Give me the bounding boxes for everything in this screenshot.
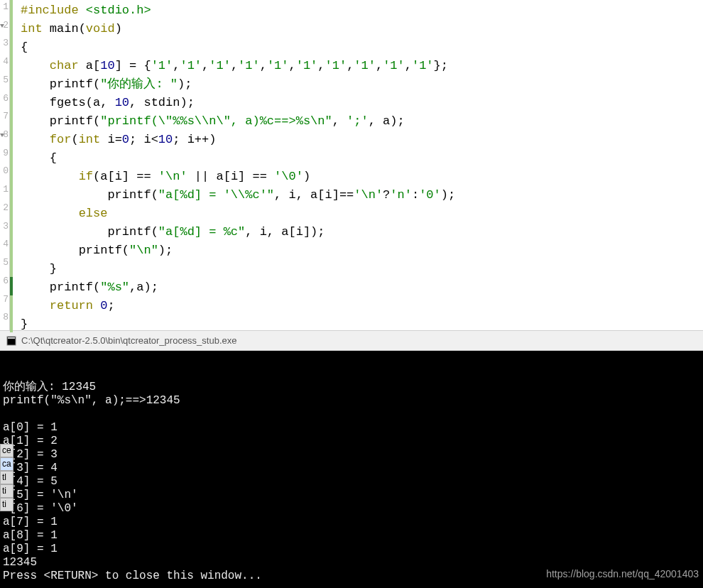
console-title-text: C:\Qt\qtcreator-2.5.0\bin\qtcreator_proc… [21, 335, 237, 346]
code-editor-pane: 123456789012345678 #include <stdio.h>int… [0, 0, 703, 331]
line-number: 8 [0, 129, 9, 148]
code-line[interactable]: else [21, 205, 697, 223]
cropped-tab: ti [0, 498, 13, 511]
code-line[interactable]: printf("\n"); [21, 241, 697, 260]
console-line: a[6] = '\0' [3, 502, 700, 516]
console-title-bar[interactable]: C:\Qt\qtcreator-2.5.0\bin\qtcreator_proc… [0, 331, 703, 351]
line-number: 5 [0, 75, 9, 93]
code-line[interactable]: { [21, 149, 697, 168]
line-number: 2 [0, 202, 9, 221]
cropped-tab: ti [0, 484, 13, 498]
line-number: 6 [0, 276, 9, 294]
code-line[interactable]: printf("a[%d] = %c", i, a[i]); [21, 223, 697, 241]
cropped-tab: ce [0, 444, 13, 457]
code-line[interactable]: return 0; [21, 297, 697, 315]
code-area[interactable]: #include <stdio.h>int main(void){ char a… [15, 0, 703, 330]
fold-arrow-icon[interactable] [0, 134, 4, 137]
code-line[interactable]: printf("a[%d] = '\\%c'", i, a[i]=='\n'?'… [21, 186, 697, 205]
line-number: 6 [0, 93, 9, 111]
console-line [3, 408, 700, 421]
code-line[interactable]: } [21, 315, 697, 334]
app-icon [6, 335, 17, 347]
left-float-tabs: cecatltiti [0, 444, 13, 511]
console-output[interactable]: 你的输入: 12345printf("%s\n", a);==>12345a[0… [0, 351, 703, 588]
console-line: a[0] = 1 [3, 421, 700, 435]
console-line: printf("%s\n", a);==>12345 [3, 394, 700, 408]
code-line[interactable]: char a[10] = {'1','1','1','1','1','1','1… [21, 57, 697, 75]
console-line: a[5] = '\n' [3, 489, 700, 502]
code-line[interactable]: #include <stdio.h> [21, 1, 697, 20]
console-line: a[7] = 1 [3, 516, 700, 529]
console-line: a[1] = 2 [3, 435, 700, 448]
code-line[interactable]: for(int i=0; i<10; i++) [21, 131, 697, 149]
fold-gutter[interactable]: 123456789012345678 [0, 0, 10, 330]
line-number: 7 [0, 294, 9, 312]
line-number: 8 [0, 312, 9, 330]
cropped-tab: ca [0, 457, 13, 471]
console-line: 你的输入: 12345 [3, 381, 700, 394]
fold-arrow-icon[interactable] [0, 24, 4, 28]
console-line: a[8] = 1 [3, 529, 700, 543]
code-line[interactable]: fgets(a, 10, stdin); [21, 94, 697, 112]
line-number: 9 [0, 148, 9, 166]
line-number: 1 [0, 1, 9, 20]
line-number: 5 [0, 257, 9, 276]
line-number: 3 [0, 221, 9, 239]
console-line: a[9] = 1 [3, 543, 700, 556]
cropped-tab: tl [0, 471, 13, 484]
line-number: 1 [0, 184, 9, 202]
line-number: 4 [0, 56, 9, 75]
line-number: 0 [0, 165, 9, 184]
code-line[interactable]: int main(void) [21, 20, 697, 38]
console-line: a[2] = 3 [3, 448, 700, 462]
line-number: 3 [0, 38, 9, 56]
watermark-text: https://blog.csdn.net/qq_42001403 [546, 567, 699, 581]
line-number: 7 [0, 111, 9, 129]
console-line: a[4] = 5 [3, 475, 700, 489]
line-number: 4 [0, 239, 9, 257]
code-line[interactable]: printf("%s",a); [21, 278, 697, 297]
svg-rect-1 [8, 337, 15, 339]
code-line[interactable]: printf("你的输入: "); [21, 75, 697, 94]
console-line: a[3] = 4 [3, 462, 700, 475]
code-line[interactable]: printf("printf(\"%%s\\n\", a)%c==>%s\n",… [21, 112, 697, 131]
code-line[interactable]: if(a[i] == '\n' || a[i] == '\0') [21, 168, 697, 186]
line-number: 2 [0, 20, 9, 38]
code-line[interactable]: } [21, 260, 697, 278]
code-line[interactable]: { [21, 38, 697, 57]
